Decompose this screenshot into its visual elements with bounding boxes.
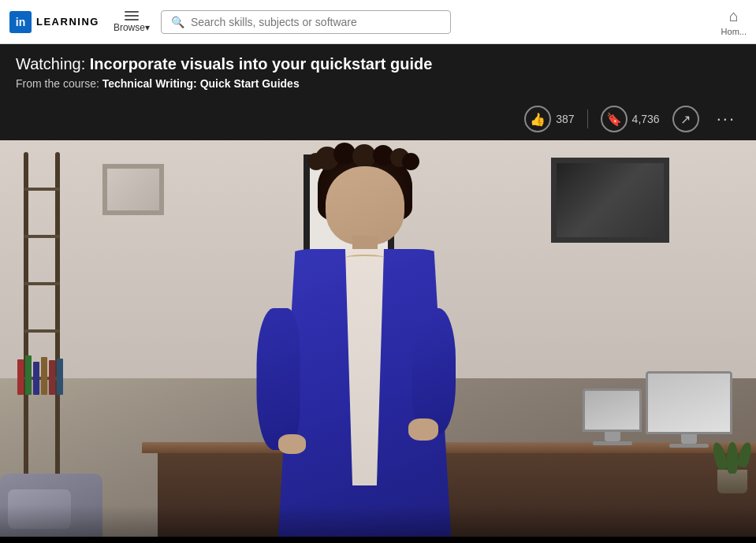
more-options-button[interactable]: ··· bbox=[712, 106, 740, 132]
action-row: 👍 387 🔖 4,736 ↗ ··· bbox=[0, 99, 756, 140]
bookmark-count: 4,736 bbox=[632, 113, 660, 125]
video-gradient-overlay bbox=[0, 505, 756, 537]
browse-menu-icon bbox=[125, 11, 139, 20]
picture-frame-1 bbox=[102, 164, 164, 215]
browse-button[interactable]: Browse▾ bbox=[114, 11, 150, 33]
browse-label: Browse▾ bbox=[114, 22, 150, 33]
info-bar: Watching: Incorporate visuals into your … bbox=[0, 44, 756, 99]
bookmark-button[interactable]: 🔖 4,736 bbox=[601, 106, 660, 132]
like-icon: 👍 bbox=[524, 106, 551, 132]
watching-prefix: Watching: bbox=[16, 55, 90, 73]
monitor bbox=[646, 371, 732, 446]
learning-wordmark: LEARNING bbox=[36, 16, 99, 28]
action-divider bbox=[587, 110, 588, 128]
watching-title: Watching: Incorporate visuals into your … bbox=[16, 55, 740, 73]
home-button[interactable]: ⌂ Hom... bbox=[721, 7, 747, 36]
home-icon: ⌂ bbox=[729, 7, 739, 25]
share-button[interactable]: ↗ bbox=[672, 106, 699, 132]
more-icon: ··· bbox=[717, 109, 736, 129]
from-prefix: From the course: bbox=[16, 77, 102, 90]
picture-frame-3 bbox=[551, 158, 669, 243]
header: in LEARNING Browse▾ 🔍 ⌂ Hom... bbox=[0, 0, 756, 44]
linkedin-logo-icon: in bbox=[9, 11, 32, 33]
search-icon: 🔍 bbox=[171, 16, 184, 28]
bookshelf-books bbox=[17, 351, 63, 395]
video-title: Incorporate visuals into your quickstart… bbox=[90, 55, 433, 73]
monitor-2 bbox=[583, 389, 642, 444]
logo-area[interactable]: in LEARNING bbox=[9, 11, 99, 33]
course-name: Technical Writing: Quick Start Guides bbox=[102, 77, 300, 90]
like-button[interactable]: 👍 387 bbox=[524, 106, 574, 132]
search-bar[interactable]: 🔍 bbox=[161, 10, 451, 34]
search-input[interactable] bbox=[191, 16, 441, 28]
video-scene: MAKEEVERYWORDMATTER bbox=[0, 140, 756, 537]
like-count: 387 bbox=[556, 113, 574, 125]
course-from: From the course: Technical Writing: Quic… bbox=[16, 77, 740, 90]
video-player[interactable]: MAKEEVERYWORDMATTER bbox=[0, 140, 756, 537]
share-icon: ↗ bbox=[672, 106, 699, 132]
plant bbox=[713, 442, 752, 493]
presenter bbox=[231, 151, 499, 537]
home-label: Hom... bbox=[721, 27, 747, 36]
bookmark-icon: 🔖 bbox=[601, 106, 628, 132]
